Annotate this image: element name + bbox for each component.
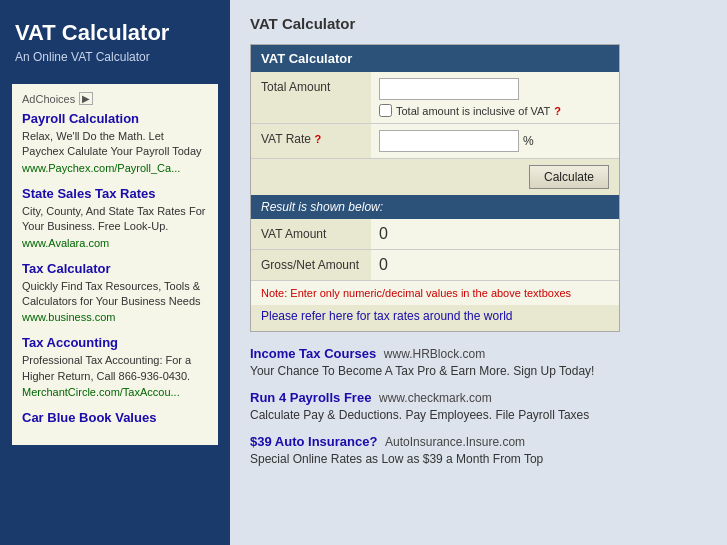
ad-link-state-sales[interactable]: State Sales Tax Rates (22, 186, 208, 201)
gross-net-value: 0 (379, 256, 611, 274)
ad-link-car-blue[interactable]: Car Blue Book Values (22, 410, 208, 425)
ad-entry-tax-accounting: Tax Accounting Professional Tax Accounti… (22, 335, 208, 398)
vat-rate-input-row: % (379, 130, 611, 152)
bottom-link-title-payrolls[interactable]: Run 4 Payrolls Free (250, 390, 371, 405)
page-title: VAT Calculator (250, 15, 707, 32)
bottom-links: Income Tax Courses www.HRBlock.com Your … (250, 346, 620, 467)
vat-rate-field: % (371, 124, 619, 158)
ad-entry-tax-calc: Tax Calculator Quickly Find Tax Resource… (22, 261, 208, 324)
sidebar-title: VAT Calculator (0, 10, 230, 50)
ad-choices-icon: ▶ (79, 92, 93, 105)
vat-rate-row: VAT Rate ? % (251, 124, 619, 159)
ad-url-state-sales: www.Avalara.com (22, 237, 208, 249)
total-amount-label: Total Amount (251, 72, 371, 123)
calculate-button-row: Calculate (251, 159, 619, 195)
bottom-link-domain-auto-insurance: AutoInsurance.Insure.com (385, 435, 525, 449)
ad-url-tax-accounting: MerchantCircle.com/TaxAccou... (22, 386, 208, 398)
inclusive-vat-row: Total amount is inclusive of VAT ? (379, 104, 611, 117)
calc-header: VAT Calculator (251, 45, 619, 72)
ad-text-state-sales: City, County, And State Tax Rates For Yo… (22, 204, 208, 235)
ad-entry-car-blue: Car Blue Book Values (22, 410, 208, 425)
vat-rate-input[interactable] (379, 130, 519, 152)
ad-entry-state-sales: State Sales Tax Rates City, County, And … (22, 186, 208, 249)
vat-amount-value: 0 (379, 225, 611, 243)
vat-rate-label: VAT Rate ? (251, 124, 371, 158)
bottom-link-desc-auto-insurance: Special Online Rates as Low as $39 a Mon… (250, 451, 620, 468)
ad-link-tax-accounting[interactable]: Tax Accounting (22, 335, 208, 350)
ad-text-tax-accounting: Professional Tax Accounting: For a Highe… (22, 353, 208, 384)
ad-text-tax-calc: Quickly Find Tax Resources, Tools & Calc… (22, 279, 208, 310)
inclusive-vat-help[interactable]: ? (554, 105, 561, 117)
sidebar: VAT Calculator An Online VAT Calculator … (0, 0, 230, 545)
vat-rate-help[interactable]: ? (314, 133, 321, 145)
bottom-link-desc-payrolls: Calculate Pay & Deductions. Pay Employee… (250, 407, 620, 424)
total-amount-row: Total Amount Total amount is inclusive o… (251, 72, 619, 124)
calculator-box: VAT Calculator Total Amount Total amount… (250, 44, 620, 332)
note-text: Note: Enter only numeric/decimal values … (251, 281, 619, 305)
refer-row: Please refer here for tax rates around t… (251, 305, 619, 331)
bottom-link-payrolls: Run 4 Payrolls Free www.checkmark.com Ca… (250, 390, 620, 424)
ad-link-tax-calc[interactable]: Tax Calculator (22, 261, 208, 276)
total-amount-input[interactable] (379, 78, 519, 100)
ad-link-payroll[interactable]: Payroll Calculation (22, 111, 208, 126)
sidebar-subtitle: An Online VAT Calculator (0, 50, 230, 76)
bottom-link-domain-payrolls: www.checkmark.com (379, 391, 492, 405)
ad-text-payroll: Relax, We'll Do the Math. Let Paychex Ca… (22, 129, 208, 160)
refer-link[interactable]: Please refer here for tax rates around t… (261, 309, 512, 323)
ad-choices-label: AdChoices (22, 93, 75, 105)
inclusive-vat-checkbox[interactable] (379, 104, 392, 117)
percent-symbol: % (523, 134, 534, 148)
bottom-link-domain-income-tax: www.HRBlock.com (384, 347, 485, 361)
bottom-link-title-auto-insurance[interactable]: $39 Auto Insurance? (250, 434, 377, 449)
total-amount-field: Total amount is inclusive of VAT ? (371, 72, 619, 123)
bottom-link-title-income-tax[interactable]: Income Tax Courses (250, 346, 376, 361)
bottom-link-auto-insurance: $39 Auto Insurance? AutoInsurance.Insure… (250, 434, 620, 468)
ad-choices-bar: AdChoices ▶ (22, 92, 208, 105)
vat-amount-label: VAT Amount (251, 219, 371, 249)
result-header: Result is shown below: (251, 195, 619, 219)
gross-net-value-field: 0 (371, 250, 619, 280)
ad-box: AdChoices ▶ Payroll Calculation Relax, W… (12, 84, 218, 445)
ad-url-tax-calc: www.business.com (22, 311, 208, 323)
gross-net-label: Gross/Net Amount (251, 250, 371, 280)
vat-amount-result-row: VAT Amount 0 (251, 219, 619, 250)
gross-net-result-row: Gross/Net Amount 0 (251, 250, 619, 281)
ad-url-payroll: www.Paychex.com/Payroll_Ca... (22, 162, 208, 174)
vat-amount-value-field: 0 (371, 219, 619, 249)
calculate-button[interactable]: Calculate (529, 165, 609, 189)
inclusive-vat-label: Total amount is inclusive of VAT (396, 105, 550, 117)
bottom-link-desc-income-tax: Your Chance To Become A Tax Pro & Earn M… (250, 363, 620, 380)
main-content: VAT Calculator VAT Calculator Total Amou… (230, 0, 727, 545)
ad-entry-payroll: Payroll Calculation Relax, We'll Do the … (22, 111, 208, 174)
bottom-link-income-tax: Income Tax Courses www.HRBlock.com Your … (250, 346, 620, 380)
